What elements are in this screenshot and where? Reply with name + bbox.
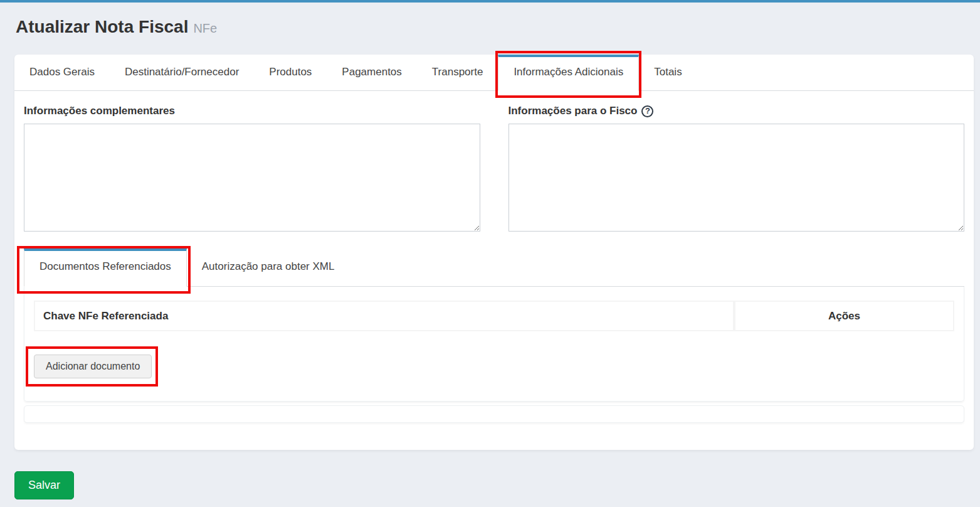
subtab-label: Documentos Referenciados xyxy=(40,260,171,272)
tab-transporte[interactable]: Transporte xyxy=(417,55,498,90)
referenced-docs-table: Chave NFe Referenciada Ações xyxy=(34,301,954,331)
page-header: Atualizar Nota FiscalNFe xyxy=(0,3,980,55)
main-tab-bar: Dados Gerais Destinatário/Fornecedor Pro… xyxy=(14,55,974,91)
page-subtitle: NFe xyxy=(193,21,217,35)
subtab-autorizacao-obter-xml[interactable]: Autorização para obter XML xyxy=(187,248,350,286)
fisco-label-text: Informações para o Fisco xyxy=(508,105,638,117)
fisco-field-group: Informações para o Fisco ? xyxy=(508,100,965,234)
fisco-label: Informações para o Fisco ? xyxy=(508,105,965,117)
complementares-label: Informações complementares xyxy=(24,105,480,117)
subtab-panel-documentos-referenciados: Chave NFe Referenciada Ações Adicionar d… xyxy=(24,287,964,402)
page: { "header": { "title": "Atualizar Nota F… xyxy=(0,0,980,507)
tab-panel-informacoes-adicionais: Informações complementares Informações p… xyxy=(14,91,974,423)
complementares-field-group: Informações complementares xyxy=(24,100,480,234)
column-header-acoes: Ações xyxy=(734,301,954,331)
add-document-button[interactable]: Adicionar documento xyxy=(34,355,152,378)
tab-dados-gerais[interactable]: Dados Gerais xyxy=(14,55,110,90)
tab-destinatario-fornecedor[interactable]: Destinatário/Fornecedor xyxy=(110,55,254,90)
referenced-docs-section: Documentos Referenciados Autorização par… xyxy=(24,248,964,402)
page-title: Atualizar Nota Fiscal xyxy=(16,17,188,36)
fisco-textarea[interactable] xyxy=(508,124,965,232)
empty-footer-panel xyxy=(24,405,964,423)
tab-totais[interactable]: Totais xyxy=(639,55,697,90)
save-button[interactable]: Salvar xyxy=(14,471,74,499)
tab-informacoes-adicionais[interactable]: Informações Adicionais xyxy=(498,55,639,91)
tab-produtos[interactable]: Produtos xyxy=(254,55,327,90)
column-header-chave-nfe: Chave NFe Referenciada xyxy=(34,301,734,331)
tab-label: Informações Adicionais xyxy=(514,66,623,78)
save-row: Salvar xyxy=(14,471,980,499)
question-circle-icon[interactable]: ? xyxy=(641,105,653,117)
sub-tab-bar: Documentos Referenciados Autorização par… xyxy=(24,248,964,287)
info-form-row: Informações complementares Informações p… xyxy=(24,100,964,234)
complementares-textarea[interactable] xyxy=(24,124,480,232)
subtab-documentos-referenciados[interactable]: Documentos Referenciados xyxy=(24,248,187,287)
add-document-button-wrapper: Adicionar documento xyxy=(34,355,152,378)
tab-pagamentos[interactable]: Pagamentos xyxy=(327,55,416,90)
main-card: Dados Gerais Destinatário/Fornecedor Pro… xyxy=(14,55,974,450)
